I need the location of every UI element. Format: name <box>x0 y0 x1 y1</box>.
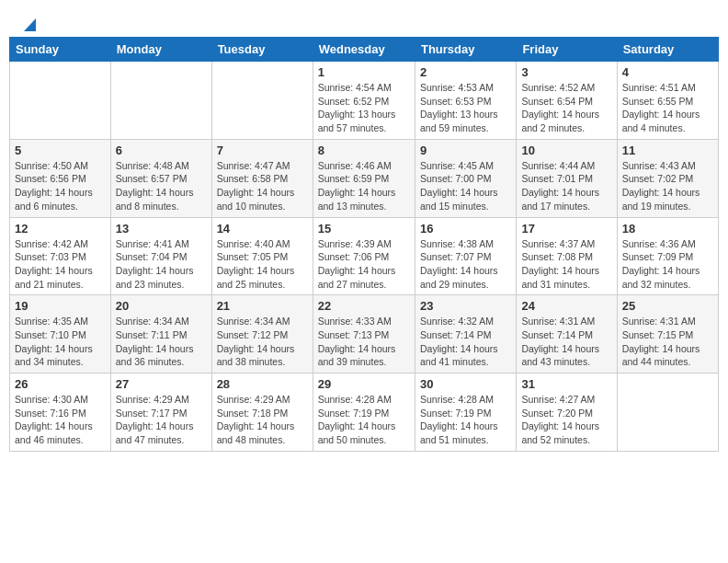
day-info: Sunrise: 4:28 AM Sunset: 7:19 PM Dayligh… <box>318 393 410 447</box>
calendar-week-1: 1Sunrise: 4:54 AM Sunset: 6:52 PM Daylig… <box>10 62 719 140</box>
calendar-day-31: 31Sunrise: 4:27 AM Sunset: 7:20 PM Dayli… <box>517 373 617 452</box>
calendar-day-7: 7Sunrise: 4:47 AM Sunset: 6:58 PM Daylig… <box>211 139 313 217</box>
calendar-day-1: 1Sunrise: 4:54 AM Sunset: 6:52 PM Daylig… <box>313 62 415 140</box>
day-info: Sunrise: 4:52 AM Sunset: 6:54 PM Dayligh… <box>521 81 611 135</box>
day-info: Sunrise: 4:31 AM Sunset: 7:15 PM Dayligh… <box>622 315 713 369</box>
calendar-day-15: 15Sunrise: 4:39 AM Sunset: 7:06 PM Dayli… <box>313 217 415 295</box>
day-number: 2 <box>420 65 511 79</box>
day-info: Sunrise: 4:36 AM Sunset: 7:09 PM Dayligh… <box>622 237 713 292</box>
day-number: 27 <box>116 377 207 391</box>
day-info: Sunrise: 4:28 AM Sunset: 7:19 PM Dayligh… <box>420 393 511 447</box>
day-info: Sunrise: 4:45 AM Sunset: 7:00 PM Dayligh… <box>420 159 511 213</box>
calendar-day-30: 30Sunrise: 4:28 AM Sunset: 7:19 PM Dayli… <box>415 373 516 452</box>
day-info: Sunrise: 4:29 AM Sunset: 7:18 PM Dayligh… <box>217 393 308 447</box>
day-number: 23 <box>420 299 511 313</box>
day-number: 21 <box>217 299 308 313</box>
calendar-day-13: 13Sunrise: 4:41 AM Sunset: 7:04 PM Dayli… <box>110 217 211 295</box>
day-info: Sunrise: 4:47 AM Sunset: 6:58 PM Dayligh… <box>217 159 308 213</box>
day-info: Sunrise: 4:30 AM Sunset: 7:16 PM Dayligh… <box>15 393 106 447</box>
day-info: Sunrise: 4:33 AM Sunset: 7:13 PM Dayligh… <box>318 315 410 369</box>
day-number: 3 <box>521 65 611 79</box>
calendar-day-14: 14Sunrise: 4:40 AM Sunset: 7:05 PM Dayli… <box>211 217 313 295</box>
calendar-day-29: 29Sunrise: 4:28 AM Sunset: 7:19 PM Dayli… <box>313 373 415 452</box>
weekday-header-sunday: Sunday <box>10 38 111 62</box>
day-number: 13 <box>116 222 207 236</box>
day-info: Sunrise: 4:31 AM Sunset: 7:14 PM Dayligh… <box>521 315 611 369</box>
day-number: 1 <box>318 65 410 79</box>
calendar-body: 1Sunrise: 4:54 AM Sunset: 6:52 PM Daylig… <box>10 62 719 452</box>
day-number: 18 <box>622 222 713 236</box>
day-number: 12 <box>15 222 106 236</box>
calendar-week-2: 5Sunrise: 4:50 AM Sunset: 6:56 PM Daylig… <box>10 139 719 217</box>
calendar-week-5: 26Sunrise: 4:30 AM Sunset: 7:16 PM Dayli… <box>10 373 719 452</box>
day-info: Sunrise: 4:34 AM Sunset: 7:12 PM Dayligh… <box>217 315 308 369</box>
day-number: 11 <box>622 144 713 157</box>
weekday-header-tuesday: Tuesday <box>211 38 313 62</box>
calendar-day-28: 28Sunrise: 4:29 AM Sunset: 7:18 PM Dayli… <box>211 373 313 452</box>
day-number: 7 <box>217 144 308 157</box>
logo-triangle-icon <box>19 15 36 31</box>
day-info: Sunrise: 4:29 AM Sunset: 7:17 PM Dayligh… <box>116 393 207 447</box>
day-number: 30 <box>420 377 511 391</box>
calendar-day-6: 6Sunrise: 4:48 AM Sunset: 6:57 PM Daylig… <box>110 139 211 217</box>
day-number: 15 <box>318 222 410 236</box>
weekday-header-row: SundayMondayTuesdayWednesdayThursdayFrid… <box>10 38 719 62</box>
day-number: 6 <box>116 144 207 157</box>
calendar-day-17: 17Sunrise: 4:37 AM Sunset: 7:08 PM Dayli… <box>517 217 617 295</box>
day-info: Sunrise: 4:38 AM Sunset: 7:07 PM Dayligh… <box>420 237 511 292</box>
weekday-header-monday: Monday <box>110 38 211 62</box>
day-info: Sunrise: 4:40 AM Sunset: 7:05 PM Dayligh… <box>217 237 308 292</box>
weekday-header-thursday: Thursday <box>415 38 516 62</box>
weekday-header-saturday: Saturday <box>617 38 718 62</box>
day-number: 26 <box>15 377 106 391</box>
calendar-day-empty <box>10 62 111 140</box>
svg-marker-0 <box>24 18 36 31</box>
day-info: Sunrise: 4:50 AM Sunset: 6:56 PM Dayligh… <box>15 159 106 213</box>
day-number: 19 <box>15 299 106 313</box>
calendar-day-9: 9Sunrise: 4:45 AM Sunset: 7:00 PM Daylig… <box>415 139 516 217</box>
page-header <box>9 9 719 37</box>
day-info: Sunrise: 4:37 AM Sunset: 7:08 PM Dayligh… <box>521 237 611 292</box>
day-number: 25 <box>622 299 713 313</box>
day-number: 10 <box>521 144 611 157</box>
day-info: Sunrise: 4:54 AM Sunset: 6:52 PM Dayligh… <box>318 81 410 135</box>
calendar-table: SundayMondayTuesdayWednesdayThursdayFrid… <box>9 37 719 452</box>
calendar-day-5: 5Sunrise: 4:50 AM Sunset: 6:56 PM Daylig… <box>10 139 111 217</box>
day-number: 8 <box>318 144 410 157</box>
weekday-header-wednesday: Wednesday <box>313 38 415 62</box>
calendar-day-12: 12Sunrise: 4:42 AM Sunset: 7:03 PM Dayli… <box>10 217 111 295</box>
day-number: 9 <box>420 144 511 157</box>
day-info: Sunrise: 4:48 AM Sunset: 6:57 PM Dayligh… <box>116 159 207 213</box>
day-number: 4 <box>622 65 713 79</box>
calendar-day-8: 8Sunrise: 4:46 AM Sunset: 6:59 PM Daylig… <box>313 139 415 217</box>
calendar-week-3: 12Sunrise: 4:42 AM Sunset: 7:03 PM Dayli… <box>10 217 719 295</box>
day-number: 17 <box>521 222 611 236</box>
day-info: Sunrise: 4:44 AM Sunset: 7:01 PM Dayligh… <box>521 159 611 213</box>
logo <box>18 17 36 31</box>
day-info: Sunrise: 4:53 AM Sunset: 6:53 PM Dayligh… <box>420 81 511 135</box>
calendar-day-empty <box>110 62 211 140</box>
day-info: Sunrise: 4:27 AM Sunset: 7:20 PM Dayligh… <box>521 393 611 447</box>
day-number: 16 <box>420 222 511 236</box>
calendar-day-10: 10Sunrise: 4:44 AM Sunset: 7:01 PM Dayli… <box>517 139 617 217</box>
calendar-day-23: 23Sunrise: 4:32 AM Sunset: 7:14 PM Dayli… <box>415 295 516 373</box>
day-number: 29 <box>318 377 410 391</box>
calendar-day-2: 2Sunrise: 4:53 AM Sunset: 6:53 PM Daylig… <box>415 62 516 140</box>
calendar-day-21: 21Sunrise: 4:34 AM Sunset: 7:12 PM Dayli… <box>211 295 313 373</box>
day-info: Sunrise: 4:35 AM Sunset: 7:10 PM Dayligh… <box>15 315 106 369</box>
day-info: Sunrise: 4:32 AM Sunset: 7:14 PM Dayligh… <box>420 315 511 369</box>
day-number: 31 <box>521 377 611 391</box>
calendar-day-18: 18Sunrise: 4:36 AM Sunset: 7:09 PM Dayli… <box>617 217 718 295</box>
day-info: Sunrise: 4:43 AM Sunset: 7:02 PM Dayligh… <box>622 159 713 213</box>
calendar-day-22: 22Sunrise: 4:33 AM Sunset: 7:13 PM Dayli… <box>313 295 415 373</box>
calendar-day-11: 11Sunrise: 4:43 AM Sunset: 7:02 PM Dayli… <box>617 139 718 217</box>
calendar-day-24: 24Sunrise: 4:31 AM Sunset: 7:14 PM Dayli… <box>517 295 617 373</box>
calendar-day-4: 4Sunrise: 4:51 AM Sunset: 6:55 PM Daylig… <box>617 62 718 140</box>
day-info: Sunrise: 4:42 AM Sunset: 7:03 PM Dayligh… <box>15 237 106 292</box>
day-info: Sunrise: 4:39 AM Sunset: 7:06 PM Dayligh… <box>318 237 410 292</box>
calendar-day-3: 3Sunrise: 4:52 AM Sunset: 6:54 PM Daylig… <box>517 62 617 140</box>
day-number: 22 <box>318 299 410 313</box>
calendar-day-16: 16Sunrise: 4:38 AM Sunset: 7:07 PM Dayli… <box>415 217 516 295</box>
calendar-day-27: 27Sunrise: 4:29 AM Sunset: 7:17 PM Dayli… <box>110 373 211 452</box>
calendar-day-19: 19Sunrise: 4:35 AM Sunset: 7:10 PM Dayli… <box>10 295 111 373</box>
